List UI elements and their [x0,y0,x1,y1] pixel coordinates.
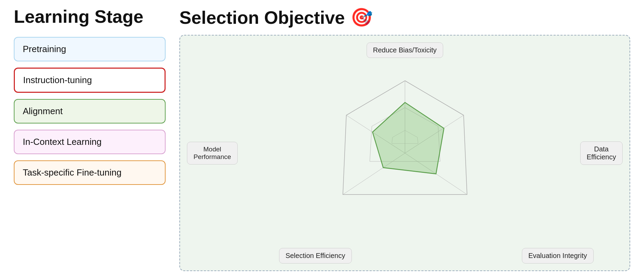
stage-incontext: In-Context Learning [14,130,166,154]
stage-instruction: Instruction-tuning [14,68,166,93]
left-title: Learning Stage [14,7,143,27]
stage-instruction-label: Instruction-tuning [23,75,92,85]
stage-incontext-label: In-Context Learning [23,137,101,147]
stage-boxes: Pretraining Instruction-tuning Alignment… [14,37,166,185]
right-title: Selection Objective 🎯 [179,7,373,28]
target-icon: 🎯 [350,7,373,28]
label-data-efficiency-text: DataEfficiency [587,145,616,161]
svg-marker-8 [373,102,444,174]
stage-alignment-label: Alignment [23,106,63,116]
label-selection-efficiency: Selection Efficiency [279,248,352,264]
label-model-performance-text: ModelPerformance [194,146,231,160]
right-panel: Selection Objective 🎯 Reduce Bias/Toxici… [179,7,630,271]
stage-pretraining: Pretraining [14,37,166,61]
left-panel: Learning Stage Pretraining Instruction-t… [14,7,166,185]
label-evaluation-integrity: Evaluation Integrity [522,248,594,264]
label-data-efficiency: DataEfficiency [580,141,623,165]
stage-alignment: Alignment [14,99,166,123]
label-reduce-bias-text: Reduce Bias/Toxicity [373,46,437,54]
label-selection-efficiency-text: Selection Efficiency [286,252,345,259]
label-evaluation-integrity-text: Evaluation Integrity [528,252,587,259]
radar-chart [305,70,505,236]
label-model-performance: ModelPerformance [187,142,238,165]
stage-pretraining-label: Pretraining [23,44,66,54]
right-title-text: Selection Objective [179,7,345,28]
label-reduce-bias: Reduce Bias/Toxicity [366,42,443,58]
selection-objective-box: Reduce Bias/Toxicity ModelPerformance Da… [179,35,630,271]
stage-finetuning: Task-specific Fine-tuning [14,160,166,185]
main-container: Learning Stage Pretraining Instruction-t… [14,7,630,271]
stage-finetuning-label: Task-specific Fine-tuning [23,167,121,178]
